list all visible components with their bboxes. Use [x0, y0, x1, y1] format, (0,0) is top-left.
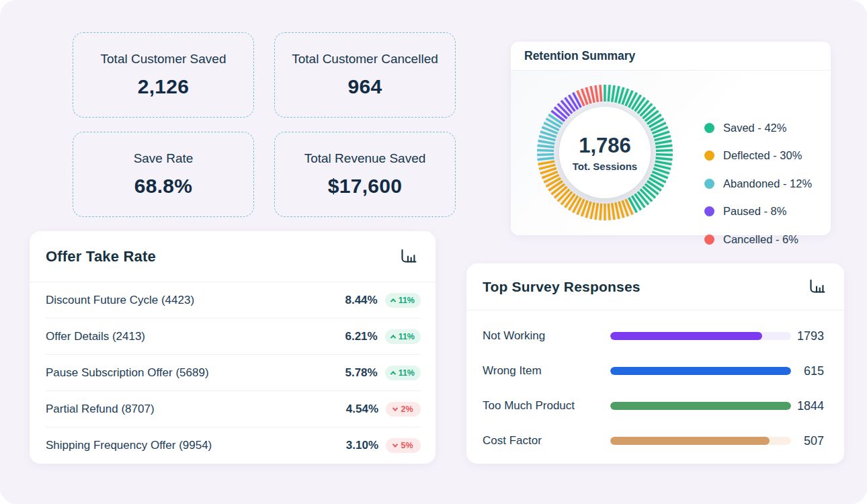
top-survey-responses-header: Top Survey Responses	[466, 263, 844, 310]
survey-bar-fill	[610, 437, 770, 445]
survey-row: Wrong Item 615	[466, 353, 844, 388]
legend-dot	[704, 151, 714, 161]
trend-value: 11%	[399, 332, 415, 341]
stat-card-total-revenue-saved: Total Revenue Saved $17,600	[274, 132, 456, 217]
survey-bar-fill	[610, 367, 791, 375]
survey-row: Cost Factor 507	[466, 423, 844, 458]
survey-value: 507	[804, 434, 824, 448]
legend-item-cancelled: Cancelled - 6%	[704, 230, 812, 249]
retention-summary-card: Retention Summary 1,786 Tot. Sessions Sa…	[511, 42, 831, 235]
trend-badge: 5%	[386, 438, 421, 453]
survey-value: 615	[804, 364, 824, 378]
retention-summary-body: 1,786 Tot. Sessions Saved - 42% Deflecte…	[511, 71, 831, 235]
trend-value: 11%	[399, 368, 415, 378]
stat-value: 964	[348, 75, 382, 98]
offer-row: Offer Details (2413) 6.21% 11%	[46, 319, 421, 355]
offer-take-rate-title: Offer Take Rate	[46, 248, 156, 265]
trend-value: 2%	[401, 405, 413, 414]
stat-label: Total Revenue Saved	[304, 151, 426, 166]
retention-donut-chart: 1,786 Tot. Sessions	[534, 81, 676, 224]
retention-summary-header: Retention Summary	[511, 42, 831, 71]
total-sessions-value: 1,786	[579, 134, 631, 158]
offer-take-rate-card: Offer Take Rate Discount Future Cycle (4…	[30, 231, 436, 464]
survey-bar-track	[610, 332, 791, 340]
survey-value: 1793	[797, 329, 824, 343]
offer-row: Discount Future Cycle (4423) 8.44% 11%	[46, 282, 421, 319]
offer-value: 8.44%	[345, 294, 377, 307]
chevron-up-icon	[390, 371, 395, 376]
legend-dot	[704, 235, 714, 245]
offer-label: Shipping Frequency Offer (9954)	[46, 439, 212, 452]
legend-dot	[704, 179, 714, 189]
trend-badge: 11%	[385, 293, 421, 308]
stat-value: $17,600	[328, 175, 403, 198]
stat-card-total-customer-saved: Total Customer Saved 2,126	[73, 32, 254, 118]
stat-value: 68.8%	[134, 175, 193, 198]
offer-list: Discount Future Cycle (4423) 8.44% 11% O…	[30, 282, 436, 464]
stat-card-save-rate: Save Rate 68.8%	[73, 132, 254, 217]
legend-item-paused: Paused - 8%	[704, 202, 812, 221]
survey-value: 1844	[797, 399, 824, 413]
donut-center: 1,786 Tot. Sessions	[559, 107, 651, 198]
trend-value: 5%	[401, 441, 413, 450]
trend-value: 11%	[399, 296, 415, 305]
total-sessions-label: Tot. Sessions	[573, 161, 637, 172]
survey-bar-track	[610, 437, 791, 445]
dashboard: Total Customer Saved 2,126 Total Custome…	[0, 0, 867, 504]
survey-row: Not Working 1793	[466, 319, 844, 353]
offer-take-rate-header: Offer Take Rate	[30, 231, 436, 282]
survey-row: Too Much Product 1844	[466, 388, 844, 423]
trend-badge: 2%	[386, 402, 421, 417]
offer-value: 6.21%	[345, 330, 377, 343]
offer-label: Discount Future Cycle (4423)	[46, 294, 194, 307]
top-survey-responses-title: Top Survey Responses	[483, 279, 641, 295]
legend-label: Saved - 42%	[723, 122, 786, 134]
bar-chart-icon[interactable]	[400, 249, 418, 264]
legend-label: Paused - 8%	[723, 205, 786, 218]
chevron-up-icon	[390, 335, 395, 340]
survey-bar-fill	[610, 402, 791, 410]
top-survey-responses-card: Top Survey Responses Not Working 1793 Wr	[466, 263, 844, 464]
legend-label: Cancelled - 6%	[723, 233, 798, 246]
legend-label: Deflected - 30%	[723, 149, 802, 162]
offer-value: 3.10%	[346, 439, 378, 452]
stat-label: Total Customer Cancelled	[292, 52, 438, 67]
stat-card-total-customer-cancelled: Total Customer Cancelled 964	[274, 32, 456, 118]
survey-bar-track	[610, 402, 791, 410]
trend-badge: 11%	[385, 366, 421, 380]
survey-list: Not Working 1793 Wrong Item 615 Too Much…	[466, 310, 844, 458]
legend-item-abandoned: Abandoned - 12%	[704, 174, 812, 193]
legend-label: Abandoned - 12%	[723, 177, 812, 190]
offer-value: 4.54%	[346, 403, 378, 416]
chevron-down-icon	[393, 405, 398, 411]
chevron-down-icon	[393, 442, 398, 447]
bar-chart-icon[interactable]	[809, 279, 827, 294]
survey-label: Not Working	[483, 329, 610, 343]
stat-label: Save Rate	[134, 151, 194, 166]
chevron-up-icon	[390, 298, 395, 304]
offer-value: 5.78%	[345, 366, 377, 380]
offer-label: Pause Subscription Offer (5689)	[46, 366, 209, 380]
stat-label: Total Customer Saved	[101, 52, 226, 67]
offer-label: Offer Details (2413)	[46, 330, 145, 343]
survey-label: Cost Factor	[483, 434, 610, 448]
trend-badge: 11%	[385, 329, 421, 344]
survey-label: Wrong Item	[483, 364, 610, 378]
legend-dot	[704, 206, 714, 216]
survey-bar-track	[610, 367, 791, 375]
survey-bar-fill	[610, 332, 762, 340]
stat-value: 2,126	[138, 75, 190, 98]
legend-item-saved: Saved - 42%	[704, 118, 812, 137]
offer-row: Partial Refund (8707) 4.54% 2%	[46, 391, 421, 427]
offer-row: Pause Subscription Offer (5689) 5.78% 11…	[46, 355, 421, 391]
offer-row: Shipping Frequency Offer (9954) 3.10% 5%	[46, 427, 421, 464]
legend-dot	[704, 123, 714, 133]
offer-label: Partial Refund (8707)	[46, 403, 155, 416]
survey-label: Too Much Product	[483, 399, 610, 413]
legend-item-deflected: Deflected - 30%	[704, 146, 812, 165]
retention-legend: Saved - 42% Deflected - 30% Abandoned - …	[704, 118, 812, 249]
retention-summary-title: Retention Summary	[524, 49, 635, 63]
